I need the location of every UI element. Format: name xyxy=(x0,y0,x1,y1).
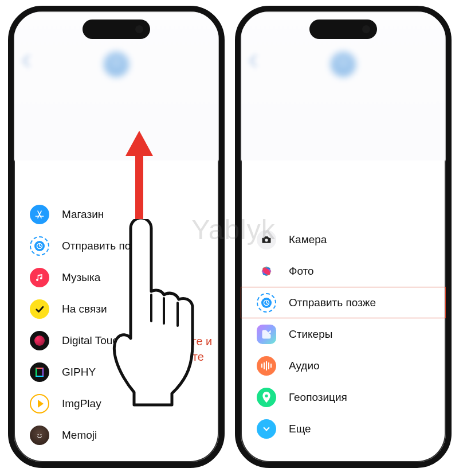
dynamic-island xyxy=(83,19,150,39)
menu-item-label: Еще xyxy=(289,423,311,435)
menu-item-label: Фото xyxy=(289,265,314,278)
svg-point-6 xyxy=(40,434,41,435)
menu-item-camera[interactable]: Камера xyxy=(241,224,446,255)
menu-item-label: Отправить позже xyxy=(289,296,376,309)
menu-item-stickers[interactable]: Стикеры xyxy=(241,318,446,350)
menu-item-music[interactable]: Музыка xyxy=(14,262,219,293)
svg-point-17 xyxy=(265,394,268,397)
clock-dashed-icon xyxy=(257,293,276,313)
back-icon[interactable] xyxy=(22,54,36,68)
phone-right: Камера xyxy=(235,6,452,468)
music-icon xyxy=(30,268,49,287)
menu-item-label: Memoji xyxy=(62,429,97,442)
menu-item-memoji[interactable]: Memoji xyxy=(14,419,219,451)
imgplay-icon xyxy=(30,394,49,413)
audio-icon xyxy=(257,356,276,376)
menu-item-location[interactable]: Геопозиция xyxy=(241,381,446,413)
camera-icon xyxy=(257,230,276,249)
menu-item-store[interactable]: Магазин xyxy=(14,198,219,230)
menu-item-label: GIPHY xyxy=(62,366,96,379)
contact-avatar[interactable] xyxy=(331,52,356,77)
giphy-icon xyxy=(30,362,49,382)
menu-item-label: ImgPlay xyxy=(62,397,101,410)
menu-item-photos[interactable]: Фото xyxy=(241,255,446,287)
menu-item-send-later[interactable]: Отправить позже xyxy=(241,287,446,318)
contact-avatar[interactable] xyxy=(104,52,129,77)
digital-touch-icon xyxy=(30,331,49,350)
chevron-down-icon xyxy=(257,419,276,439)
menu-item-send-later[interactable]: Отправить позже xyxy=(14,230,219,262)
menu-item-more[interactable]: Еще xyxy=(241,413,446,444)
svg-point-5 xyxy=(37,434,38,435)
location-icon xyxy=(257,388,276,407)
hint-text: Зажмите и потяните вверх xyxy=(156,334,219,380)
phones-row: Магазин Отправить позже Музыка xyxy=(0,0,467,474)
stickers-icon xyxy=(257,325,276,344)
menu-item-label: Digital Touch xyxy=(62,334,124,347)
dynamic-island xyxy=(309,19,377,39)
menu-item-label: Магазин xyxy=(62,208,104,221)
menu-item-audio[interactable]: Аудио xyxy=(241,350,446,381)
menu-item-label: Музыка xyxy=(62,271,100,284)
memoji-icon xyxy=(30,426,49,445)
menu-item-label: Камера xyxy=(289,233,327,246)
imessage-apps-menu: Магазин Отправить позже Музыка xyxy=(14,198,219,451)
menu-item-label: Отправить позже xyxy=(62,240,149,252)
svg-point-7 xyxy=(265,239,268,241)
menu-item-label: Стикеры xyxy=(289,328,332,341)
imessage-apps-menu: Камера xyxy=(241,224,446,444)
clock-dashed-icon xyxy=(30,236,49,256)
appstore-icon xyxy=(30,205,49,224)
photos-icon xyxy=(257,262,276,281)
menu-item-checkin[interactable]: На связи xyxy=(14,293,219,325)
menu-item-label: Геопозиция xyxy=(289,391,347,404)
menu-item-label: На связи xyxy=(62,303,107,315)
phone-left: Магазин Отправить позже Музыка xyxy=(8,6,225,468)
menu-item-imgplay[interactable]: ImgPlay xyxy=(14,388,219,419)
back-icon[interactable] xyxy=(249,54,262,68)
check-icon xyxy=(30,299,49,319)
menu-item-label: Аудио xyxy=(289,360,320,372)
drag-arrow-icon xyxy=(125,131,153,235)
